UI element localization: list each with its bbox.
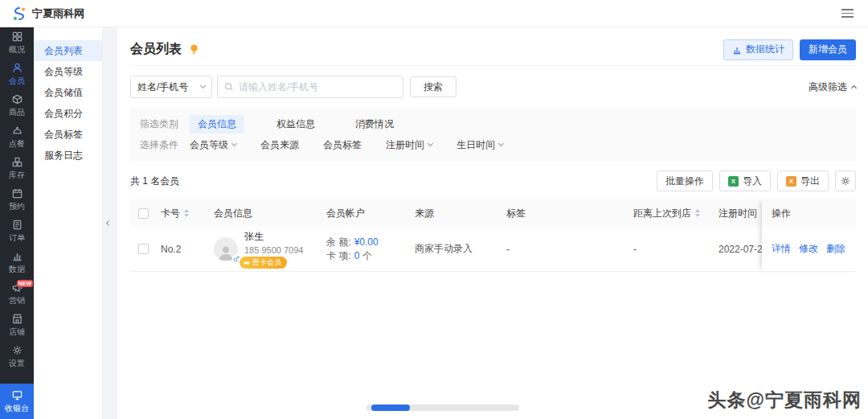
row-checkbox[interactable] [138,244,149,254]
table-header-row: 卡号 会员信息 会员帐户 来源 标签 距离上次到店 注册时间 [130,199,856,227]
subnav-item-service-log[interactable]: 服务日志 [34,145,102,166]
subnav-item-member-stored-value[interactable]: 会员储值 [34,82,102,103]
search-button[interactable]: 搜索 [410,76,457,97]
sidebar-item-data[interactable]: 数据 [0,247,34,278]
member-name[interactable]: 张生 [244,230,303,244]
subnav-item-member-level[interactable]: 会员等级 [34,61,102,82]
header-actions-cell: 操作 [762,199,856,227]
header-source: 来源 [410,207,502,220]
search-box [217,76,403,98]
search-button-label: 搜索 [424,80,443,94]
sidebar-item-shop[interactable]: 店铺 [0,310,34,341]
subnav-label: 会员储值 [44,87,83,98]
menu-toggle-icon[interactable] [838,6,857,21]
data-stats-button[interactable]: 数据统计 [723,39,793,60]
header-label: 距离上次到店 [633,207,691,220]
advanced-filter-label: 高级筛选 [809,80,847,94]
delete-link[interactable]: 删除 [826,242,845,256]
select-all-checkbox[interactable] [138,208,149,219]
member-level-badge: 普卡会员 [240,257,287,269]
subnav-item-member-tags[interactable]: 会员标签 [34,124,102,145]
search-input[interactable] [239,81,396,92]
sidebar-item-dining[interactable]: 点餐 [0,121,34,153]
sort-icon[interactable] [695,209,700,217]
member-phone: 185 9500 7094 [244,245,303,255]
chevron-down-icon [200,83,206,88]
search-field-select[interactable]: 姓名/手机号 [130,76,212,98]
condition-label: 生日时间 [457,138,495,152]
sidebar-item-label: 库存 [9,170,25,181]
chevron-up-icon [851,85,857,91]
page-header: 会员列表 数据统计 新增会员 [130,37,856,66]
batch-operation-button[interactable]: 批量操作 [657,170,713,191]
import-button[interactable]: X 导入 [719,170,771,191]
subnav-item-member-list[interactable]: 会员列表 [34,40,102,61]
row-select-cell [130,244,156,254]
data-stats-label: 数据统计 [746,43,784,56]
sidebar-item-marketing[interactable]: NEW 营销 [0,278,34,310]
scrollbar-thumb[interactable] [371,405,410,411]
store-icon [11,313,23,325]
filter-condition-row: 选择条件 会员等级 会员来源 会员标签 注册时间 [140,134,846,155]
condition-register-time[interactable]: 注册时间 [386,138,432,152]
advanced-filter-toggle[interactable]: 高级筛选 [809,80,856,94]
order-doc-icon [11,219,23,231]
sidebar-item-orders[interactable]: 订单 [0,216,34,247]
condition-member-tag[interactable]: 会员标签 [323,138,362,152]
sort-icon[interactable] [184,209,189,217]
batch-operation-label: 批量操作 [665,175,704,188]
condition-member-level[interactable]: 会员等级 [190,138,236,152]
edit-link[interactable]: 修改 [799,242,818,256]
card-items-value: 0 [354,249,360,263]
sidebar-item-label: 订单 [9,232,25,244]
export-button[interactable]: X 导出 [777,170,829,191]
page-title: 会员列表 [130,41,182,58]
filter-category-consumption[interactable]: 消费情况 [347,115,402,134]
add-member-button[interactable]: 新增会员 [800,39,856,60]
app-layout: 概况 会员 商品 点餐 库存 [0,27,868,419]
cell-member-account: 余 额:¥0.00 卡 项:0个 [321,236,410,263]
header-last-visit[interactable]: 距离上次到店 [628,207,714,220]
card-items-unit: 个 [362,249,372,263]
filter-category-rights-info[interactable]: 权益信息 [268,115,323,134]
sidebar-item-member[interactable]: 会员 [0,59,34,90]
subnav-item-member-points[interactable]: 会员积分 [34,103,102,124]
chevron-down-icon [498,141,504,146]
sidebar-item-label: 店铺 [9,327,25,338]
crown-icon [244,260,250,265]
sidebar-item-cashier[interactable]: 收银台 [0,384,34,419]
sidebar-item-inventory[interactable]: 库存 [0,153,34,184]
sidebar-item-goods[interactable]: 商品 [0,90,34,121]
subnav-label: 会员列表 [44,45,83,56]
select-all-cell [130,208,156,219]
horizontal-scrollbar[interactable] [366,405,519,411]
sidebar-item-settings[interactable]: 设置 [0,341,34,372]
dining-cloche-icon [11,125,23,137]
balance-label: 余 额: [326,236,351,249]
app-logo[interactable]: 宁夏雨科网 [11,6,84,22]
column-settings-button[interactable] [835,170,856,191]
logo-icon [11,6,27,22]
filter-category-member-info[interactable]: 会员信息 [190,115,244,134]
sidebar-collapse-handle[interactable] [103,211,114,238]
sidebar-item-label: 商品 [9,107,25,118]
row-actions-cell: 详情 修改 删除 [762,227,856,272]
primary-sidebar: 概况 会员 商品 点餐 库存 [0,27,34,419]
condition-birthday-time[interactable]: 生日时间 [457,138,503,152]
header-tags: 标签 [502,207,628,220]
male-icon [232,255,240,263]
member-count: 共 1 名会员 [130,175,179,188]
member-level-label: 普卡会员 [252,257,281,268]
detail-link[interactable]: 详情 [772,242,791,256]
condition-member-source[interactable]: 会员来源 [260,138,299,152]
header-label: 卡号 [161,207,180,220]
cell-last-visit: - [628,244,714,255]
cell-tags: - [502,244,628,255]
inventory-stack-icon [11,156,23,168]
sidebar-item-booking[interactable]: 预约 [0,184,34,216]
cashier-monitor-icon [11,389,23,401]
secondary-sidebar: 会员列表 会员等级 会员储值 会员积分 会员标签 服务日志 [34,27,103,419]
header-card-no[interactable]: 卡号 [156,207,209,220]
sidebar-item-overview[interactable]: 概况 [0,27,34,59]
lightbulb-icon[interactable] [188,43,200,55]
